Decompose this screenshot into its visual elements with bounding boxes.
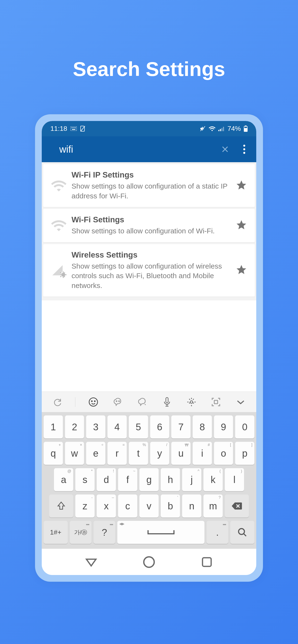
page-title: Search Settings bbox=[73, 58, 225, 81]
empty-content-area bbox=[42, 300, 256, 392]
battery-icon bbox=[244, 126, 248, 132]
key-9[interactable]: 9 bbox=[214, 416, 233, 438]
search-input[interactable]: wifi bbox=[49, 144, 220, 155]
key-search[interactable] bbox=[230, 521, 254, 544]
phone-screen: 11:18 74% wifi bbox=[42, 121, 256, 575]
key-6[interactable]: 6 bbox=[150, 416, 169, 438]
gear-icon[interactable] bbox=[185, 395, 198, 409]
keyboard-indicator-icon bbox=[71, 126, 77, 131]
key-b[interactable]: 'b bbox=[161, 494, 180, 518]
mic-icon[interactable] bbox=[160, 395, 174, 409]
sticker-icon[interactable] bbox=[111, 395, 124, 409]
svg-rect-1 bbox=[72, 128, 72, 128]
svg-point-22 bbox=[91, 400, 92, 402]
svg-line-32 bbox=[244, 534, 246, 536]
key-q[interactable]: +q bbox=[44, 442, 63, 465]
svg-point-25 bbox=[119, 400, 120, 402]
key-7[interactable]: 7 bbox=[171, 416, 191, 438]
key-l[interactable]: )l bbox=[225, 468, 244, 491]
key-k[interactable]: (k bbox=[203, 468, 223, 491]
wifi-icon bbox=[48, 220, 70, 232]
key-8[interactable]: 8 bbox=[193, 416, 212, 438]
favorite-star-icon[interactable] bbox=[236, 180, 250, 192]
keyboard-row-bottom: 1#+ •••가/ⓐ •••? ◀▶ •••. bbox=[44, 521, 254, 544]
svg-rect-8 bbox=[218, 130, 219, 131]
keyboard-row-zxcv: -z –x c v 'b n ?m bbox=[44, 494, 254, 518]
keyboard-row-numbers: 1 2 3 4 5 6 7 8 9 0 bbox=[44, 416, 254, 438]
wifi-icon bbox=[209, 126, 215, 131]
result-title: Wi-Fi IP Settings bbox=[72, 170, 234, 180]
clear-search-icon[interactable] bbox=[220, 144, 230, 154]
key-r[interactable]: =r bbox=[107, 442, 127, 465]
key-j[interactable]: ^j bbox=[182, 468, 201, 491]
key-a[interactable]: @a bbox=[54, 468, 73, 491]
svg-point-19 bbox=[243, 152, 245, 154]
result-wifi-ip-settings[interactable]: Wi-Fi IP Settings Show settings to allow… bbox=[43, 164, 255, 207]
key-question[interactable]: •••? bbox=[94, 521, 115, 544]
key-d[interactable]: !d bbox=[97, 468, 116, 491]
key-c[interactable]: c bbox=[118, 494, 137, 518]
refresh-icon[interactable] bbox=[51, 395, 64, 409]
key-backspace[interactable] bbox=[225, 494, 249, 518]
key-i[interactable]: #i bbox=[193, 442, 212, 465]
svg-point-21 bbox=[89, 398, 97, 406]
key-5[interactable]: 5 bbox=[129, 416, 148, 438]
key-g[interactable]: g bbox=[139, 468, 159, 491]
key-language[interactable]: •••가/ⓐ bbox=[70, 521, 91, 544]
key-z[interactable]: -z bbox=[75, 494, 95, 518]
keyboard-toolbar bbox=[42, 392, 256, 412]
key-h[interactable]: h bbox=[161, 468, 180, 491]
result-wireless-settings[interactable]: Wireless Settings Show settings to allow… bbox=[43, 244, 255, 297]
result-title: Wireless Settings bbox=[72, 250, 234, 260]
result-description: Show settings to allow configuration of … bbox=[72, 181, 234, 201]
key-p[interactable]: ]p bbox=[235, 442, 254, 465]
svg-rect-11 bbox=[223, 127, 224, 131]
mute-icon bbox=[200, 126, 206, 132]
key-4[interactable]: 4 bbox=[107, 416, 127, 438]
gif-icon[interactable] bbox=[135, 395, 149, 409]
result-description: Show settings to allow configuration of … bbox=[72, 262, 234, 290]
no-sim-icon bbox=[80, 126, 85, 132]
key-2[interactable]: 2 bbox=[65, 416, 84, 438]
favorite-star-icon[interactable] bbox=[236, 219, 250, 232]
key-1[interactable]: 1 bbox=[44, 416, 63, 438]
key-y[interactable]: /y bbox=[150, 442, 169, 465]
result-wifi-settings[interactable]: Wi-Fi Settings Show settings to allow co… bbox=[43, 209, 255, 242]
key-u[interactable]: ₩u bbox=[171, 442, 191, 465]
key-symbols[interactable]: 1#+ bbox=[44, 521, 68, 544]
phone-frame: 11:18 74% wifi bbox=[35, 114, 263, 582]
svg-rect-34 bbox=[203, 558, 211, 566]
key-w[interactable]: ×w bbox=[65, 442, 84, 465]
svg-rect-4 bbox=[75, 128, 76, 128]
key-s[interactable]: *s bbox=[75, 468, 95, 491]
svg-point-27 bbox=[190, 400, 193, 403]
key-shift[interactable] bbox=[49, 494, 73, 518]
more-menu-icon[interactable] bbox=[239, 144, 249, 154]
toolbar-divider bbox=[75, 397, 75, 407]
key-x[interactable]: –x bbox=[97, 494, 116, 518]
keyboard-row-qwerty: +q ×w ÷e =r %t /y ₩u #i [o ]p bbox=[44, 442, 254, 465]
nav-recent-icon[interactable] bbox=[198, 554, 215, 570]
nav-home-icon[interactable] bbox=[140, 554, 158, 570]
key-period[interactable]: •••. bbox=[207, 521, 228, 544]
collapse-keyboard-icon[interactable] bbox=[234, 395, 247, 409]
key-o[interactable]: [o bbox=[214, 442, 233, 465]
nav-back-icon[interactable] bbox=[83, 554, 100, 570]
emoji-icon[interactable] bbox=[87, 395, 100, 409]
key-e[interactable]: ÷e bbox=[86, 442, 105, 465]
favorite-star-icon[interactable] bbox=[236, 264, 250, 276]
status-time: 11:18 bbox=[50, 125, 67, 132]
key-v[interactable]: v bbox=[139, 494, 159, 518]
svg-rect-0 bbox=[71, 126, 77, 131]
key-0[interactable]: 0 bbox=[235, 416, 254, 438]
key-space[interactable]: ◀▶ bbox=[117, 521, 204, 544]
key-f[interactable]: ~f bbox=[118, 468, 137, 491]
scan-icon[interactable] bbox=[209, 395, 223, 409]
key-t[interactable]: %t bbox=[129, 442, 148, 465]
keyboard: 1 2 3 4 5 6 7 8 9 0 +q ×w ÷e =r %t /y ₩u… bbox=[42, 412, 256, 549]
key-n[interactable]: n bbox=[182, 494, 201, 518]
svg-point-24 bbox=[116, 400, 117, 402]
key-3[interactable]: 3 bbox=[86, 416, 105, 438]
key-m[interactable]: ?m bbox=[203, 494, 223, 518]
svg-point-18 bbox=[243, 148, 245, 150]
